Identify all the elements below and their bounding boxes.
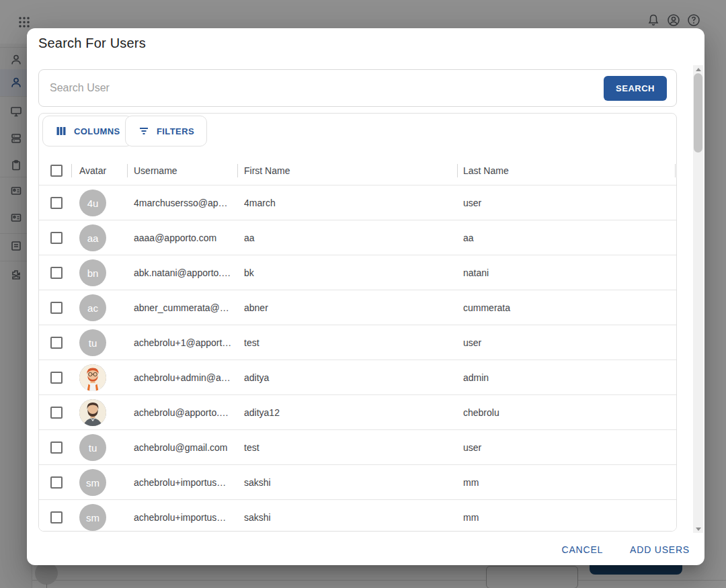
cell-first-name: sakshi [244,512,446,523]
table-row[interactable]: tu achebrolu+1@apport… test user [39,325,676,360]
column-header-first-name[interactable]: First Name [244,165,290,176]
cell-first-name: aa [244,233,446,243]
dialog-title: Search For Users [38,36,146,51]
avatar-photo [79,399,106,426]
table-row[interactable]: sm achebrolu+importus… sakshi mm [39,464,676,499]
avatar-initials: ac [87,302,98,314]
filters-button-label: FILTERS [157,126,194,136]
cell-first-name: test [244,337,446,348]
cancel-button[interactable]: CANCEL [558,542,608,558]
row-checkbox[interactable] [50,442,63,454]
cell-username: abk.natani@apporto.… [134,267,235,278]
row-checkbox[interactable] [50,197,63,209]
search-button[interactable]: SEARCH [604,76,667,101]
table-row[interactable]: bn abk.natani@apporto.… bk natani [39,255,676,290]
cell-username: achebrolu@apporto.… [134,407,235,418]
avatar: 4u [79,190,106,216]
search-input[interactable] [50,70,561,106]
avatar-initials: aa [87,233,99,244]
avatar-initials: tu [89,442,97,454]
grid-rows: 4u 4marchusersso@ap… 4march user aa aaaa… [39,185,676,532]
cell-last-name: mm [463,512,665,523]
column-header-avatar[interactable]: Avatar [79,165,106,176]
cell-last-name: aa [463,233,665,243]
row-checkbox[interactable] [50,267,63,279]
row-checkbox[interactable] [50,302,63,314]
cell-first-name: bk [244,267,446,278]
dialog-footer: CANCEL ADD USERS [558,542,694,558]
avatar-initials: bn [87,267,99,279]
cell-username: achebrolu@gmail.com [134,442,235,453]
row-checkbox[interactable] [50,372,63,384]
avatar: tu [79,329,106,356]
avatar: sm [79,504,106,531]
columns-button-label: COLUMNS [74,126,120,136]
table-row[interactable]: achebrolu@apporto.… aditya12 chebrolu [39,394,676,429]
avatar-photo [79,364,106,391]
cell-last-name: user [463,442,665,453]
cell-username: achebrolu+1@apport… [134,337,235,348]
scrollbar-thumb[interactable] [694,73,702,153]
table-row[interactable]: 4u 4marchusersso@ap… 4march user [39,185,676,220]
cell-first-name: test [244,442,446,453]
avatar: bn [79,259,106,286]
cell-last-name: natani [463,267,665,278]
grid-toolbar: COLUMNS FILTERS [39,114,676,157]
avatar-initials: sm [86,477,99,489]
row-checkbox[interactable] [50,232,63,244]
row-checkbox[interactable] [50,337,63,349]
cell-last-name: user [463,337,665,348]
avatar-initials: sm [86,512,99,523]
scroll-up-arrow[interactable] [693,65,703,73]
cell-last-name: admin [463,372,665,383]
avatar: ac [79,294,106,321]
users-grid: COLUMNS FILTERS Avatar Username First Na… [38,113,677,532]
select-all-checkbox[interactable] [50,165,63,177]
cell-last-name: cummerata [463,302,665,313]
avatar: sm [79,469,106,496]
column-header-username[interactable]: Username [134,165,177,176]
cell-last-name: chebrolu [463,407,665,418]
avatar-initials: tu [89,337,97,349]
table-row[interactable]: achebrolu+admin@a… aditya admin [39,360,676,394]
filters-button[interactable]: FILTERS [125,116,207,146]
column-header-last-name[interactable]: Last Name [463,165,509,176]
avatar: aa [79,224,106,251]
row-checkbox[interactable] [50,407,63,419]
columns-button[interactable]: COLUMNS [42,116,133,146]
scroll-down-arrow[interactable] [693,525,703,533]
cell-last-name: user [463,198,665,208]
table-row[interactable]: tu achebrolu@gmail.com test user [39,429,676,464]
cell-username: achebrolu+importus… [134,512,235,523]
search-for-users-dialog: Search For Users SEARCH COLUMNS FILTERS … [27,28,704,565]
grid-header-row: Avatar Username First Name Last Name [39,157,676,185]
cell-username: achebrolu+admin@a… [134,372,235,383]
cell-first-name: abner [244,302,446,313]
cell-first-name: sakshi [244,477,446,488]
modal-scrollbar[interactable] [693,65,703,533]
row-checkbox[interactable] [50,511,63,523]
table-row[interactable]: aa aaaa@apporto.com aa aa [39,220,676,255]
table-row[interactable]: ac abner_cummerata@… abner cummerata [39,290,676,325]
filter-icon [138,125,150,137]
cell-first-name: 4march [244,198,446,208]
cell-first-name: aditya [244,372,446,383]
avatar-initials: 4u [87,198,99,209]
add-users-button[interactable]: ADD USERS [626,542,694,558]
search-box: SEARCH [38,69,677,107]
cell-username: 4marchusersso@ap… [134,198,235,208]
columns-icon [55,125,67,137]
avatar: tu [79,434,106,461]
table-row[interactable]: sm achebrolu+importus… sakshi mm [39,499,676,532]
row-checkbox[interactable] [50,476,63,489]
cell-username: aaaa@apporto.com [134,233,235,243]
cell-last-name: mm [463,477,665,488]
cell-username: achebrolu+importus… [134,477,235,488]
cell-first-name: aditya12 [244,407,446,418]
cell-username: abner_cummerata@… [134,302,235,313]
